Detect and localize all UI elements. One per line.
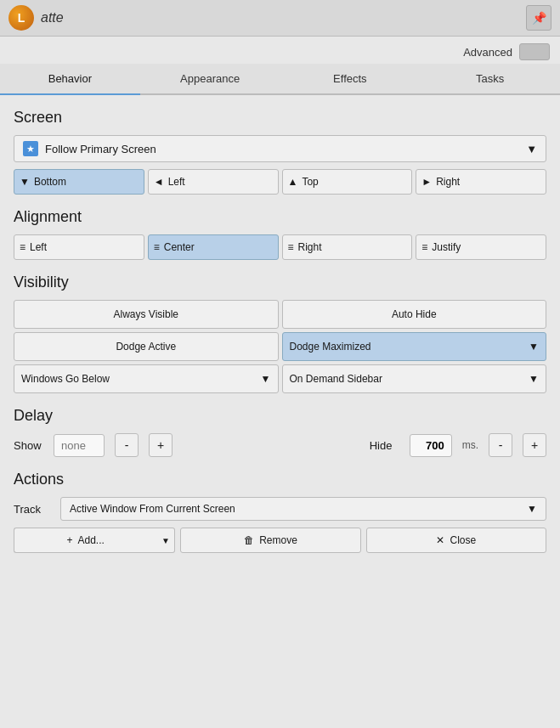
position-buttons: ▼ Bottom ◄ Left ▲ Top ► Right (14, 169, 546, 195)
track-dropdown[interactable]: Active Window From Current Screen ▼ (60, 497, 546, 521)
show-minus-button[interactable]: - (115, 433, 139, 457)
align-left-label: Left (30, 241, 47, 253)
visibility-section: Visibility Always Visible Auto Hide Dodg… (14, 274, 546, 393)
content-area: Screen ★ Follow Primary Screen ▼ ▼ Botto… (0, 95, 560, 728)
dodge-active-label: Dodge Active (116, 341, 176, 353)
visibility-dodge-active[interactable]: Dodge Active (14, 332, 279, 361)
alignment-title: Alignment (14, 208, 546, 226)
titlebar: L atte 📌 (0, 0, 560, 37)
tab-effects[interactable]: Effects (280, 64, 421, 95)
chevron-down-icon: ▼ (526, 143, 537, 155)
track-row: Track Active Window From Current Screen … (14, 497, 546, 521)
delay-row: Show - + Hide ms. - + (14, 433, 546, 457)
actions-section: Actions Track Active Window From Current… (14, 471, 546, 553)
delay-title: Delay (14, 407, 546, 425)
app-logo: L (8, 5, 34, 31)
screen-title: Screen (14, 109, 546, 127)
align-left[interactable]: ≡ Left (14, 234, 144, 260)
alignment-section: Alignment ≡ Left ≡ Center ≡ Right ≡ Just… (14, 208, 546, 260)
align-left-icon: ≡ (20, 241, 25, 253)
track-dropdown-arrow: ▼ (527, 503, 537, 515)
tab-behavior[interactable]: Behavior (0, 64, 140, 95)
visibility-title: Visibility (14, 274, 546, 291)
visibility-on-demand-sidebar[interactable]: On Demand Sidebar ▼ (282, 364, 547, 393)
remove-icon: 🗑 (244, 534, 254, 546)
screen-section: Screen ★ Follow Primary Screen ▼ ▼ Botto… (14, 109, 546, 195)
bottom-icon: ▼ (20, 176, 30, 188)
bottom-label: Bottom (34, 176, 66, 188)
tab-tasks[interactable]: Tasks (420, 64, 560, 95)
hide-plus-button[interactable]: + (523, 433, 546, 457)
align-center[interactable]: ≡ Center (148, 234, 279, 260)
hide-minus-button[interactable]: - (489, 433, 512, 457)
track-label: Track (14, 503, 52, 516)
show-input[interactable] (54, 434, 105, 457)
on-demand-sidebar-label: On Demand Sidebar (290, 373, 382, 385)
advanced-label: Advanced (463, 46, 512, 59)
align-right-label: Right (298, 241, 322, 253)
windows-go-below-label: Windows Go Below (21, 373, 110, 385)
screen-dropdown-value: Follow Primary Screen (45, 143, 156, 155)
top-icon: ▲ (288, 176, 298, 188)
alignment-buttons: ≡ Left ≡ Center ≡ Right ≡ Justify (14, 234, 546, 260)
align-center-label: Center (164, 241, 195, 253)
titlebar-left: L atte (8, 5, 64, 31)
visibility-always-visible[interactable]: Always Visible (14, 300, 279, 329)
star-icon: ★ (23, 141, 38, 156)
screen-dropdown-row: ★ Follow Primary Screen ▼ (14, 135, 546, 162)
right-icon: ► (421, 176, 432, 188)
tabs-bar: Behavior Appearance Effects Tasks (0, 64, 560, 95)
position-left[interactable]: ◄ Left (148, 169, 279, 195)
position-right[interactable]: ► Right (416, 169, 546, 195)
align-justify[interactable]: ≡ Justify (416, 234, 546, 260)
add-button[interactable]: + Add... (14, 528, 156, 553)
remove-button[interactable]: 🗑 Remove (180, 528, 360, 553)
right-label: Right (436, 176, 460, 188)
top-label: Top (302, 176, 318, 188)
visibility-dodge-maximized[interactable]: Dodge Maximized ▼ (282, 332, 547, 361)
hide-input[interactable] (410, 434, 452, 457)
add-btn-group: + Add... ▼ (14, 528, 175, 553)
align-right[interactable]: ≡ Right (282, 234, 413, 260)
visibility-grid: Always Visible Auto Hide Dodge Active Do… (14, 300, 546, 393)
remove-label: Remove (259, 534, 297, 546)
track-dropdown-value: Active Window From Current Screen (70, 503, 235, 515)
hide-unit: ms. (462, 439, 478, 451)
add-label: Add... (77, 534, 104, 546)
dropdown-left: ★ Follow Primary Screen (23, 141, 156, 156)
show-plus-button[interactable]: + (149, 433, 173, 457)
add-dropdown-button[interactable]: ▼ (156, 528, 175, 553)
close-icon: ✕ (436, 534, 444, 546)
always-visible-label: Always Visible (114, 308, 178, 320)
delay-section: Delay Show - + Hide ms. - + (14, 407, 546, 457)
position-top[interactable]: ▲ Top (282, 169, 413, 195)
left-icon: ◄ (154, 176, 164, 188)
action-buttons: + Add... ▼ 🗑 Remove ✕ Close (14, 528, 546, 553)
advanced-toggle[interactable] (519, 43, 550, 60)
position-bottom[interactable]: ▼ Bottom (14, 169, 144, 195)
main-window: L atte 📌 Advanced Behavior Appearance Ef… (0, 0, 560, 728)
auto-hide-label: Auto Hide (392, 308, 437, 320)
visibility-auto-hide[interactable]: Auto Hide (282, 300, 547, 329)
align-justify-icon: ≡ (421, 241, 427, 253)
hide-label: Hide (370, 439, 399, 452)
app-title: atte (41, 10, 64, 25)
actions-title: Actions (14, 471, 546, 488)
on-demand-sidebar-arrow: ▼ (529, 373, 539, 385)
pin-button[interactable]: 📌 (526, 5, 552, 31)
align-center-icon: ≡ (154, 241, 160, 253)
show-label: Show (14, 439, 43, 452)
dodge-maximized-arrow: ▼ (529, 341, 539, 353)
align-right-icon: ≡ (288, 241, 294, 253)
tab-appearance[interactable]: Appearance (140, 64, 280, 95)
screen-dropdown[interactable]: ★ Follow Primary Screen ▼ (14, 135, 546, 162)
dodge-maximized-label: Dodge Maximized (290, 341, 371, 353)
left-label: Left (168, 176, 185, 188)
close-button[interactable]: ✕ Close (366, 528, 546, 553)
visibility-windows-go-below[interactable]: Windows Go Below ▼ (14, 364, 279, 393)
align-justify-label: Justify (432, 241, 461, 253)
advanced-row: Advanced (0, 37, 560, 64)
close-label: Close (450, 534, 476, 546)
add-icon: + (66, 534, 72, 546)
windows-go-below-arrow: ▼ (261, 373, 271, 385)
